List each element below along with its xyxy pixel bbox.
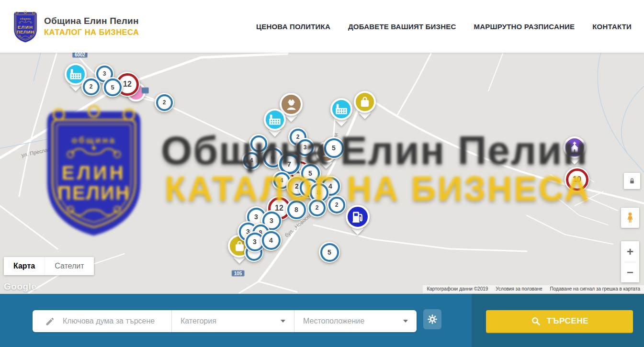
google-logo[interactable]: Google: [4, 281, 36, 292]
nav-add-your-business[interactable]: ДОБАВЕТЕ ВАШИЯТ БИЗНЕС: [348, 22, 456, 31]
search-button[interactable]: ТЪРСЕНЕ: [486, 310, 633, 332]
category-select[interactable]: Категория: [172, 317, 294, 325]
attribution-terms-link[interactable]: Условия за ползване: [496, 286, 542, 291]
advanced-settings-button[interactable]: [423, 309, 441, 329]
municipality-crest-icon: община ЕЛИН ПЕЛИН: [12, 10, 38, 43]
street-view-pegman-button[interactable]: [621, 208, 639, 228]
map-cluster-marker[interactable]: 4: [260, 230, 282, 251]
cluster-count: 2: [163, 99, 166, 106]
cluster-count: 5: [111, 84, 114, 91]
search-bar: Категория Местоположение: [0, 294, 644, 347]
chevron-down-icon: [403, 320, 408, 323]
map-type-satellite-button[interactable]: Сателит: [45, 257, 93, 275]
map-zoom-control: + −: [621, 241, 639, 282]
map-cluster-marker[interactable]: 2: [81, 77, 101, 96]
search-field-group: Категория Местоположение: [33, 310, 417, 332]
attribution-copyright: Картографски данни ©2019: [427, 286, 488, 291]
chevron-down-icon: [281, 320, 285, 323]
keyword-search-input[interactable]: [62, 316, 171, 326]
crest-name-line1: ЕЛИН: [18, 24, 34, 29]
site-header: община ЕЛИН ПЕЛИН Община Елин Пелин КАТА…: [0, 0, 644, 53]
location-select[interactable]: Местоположение: [294, 317, 417, 325]
pegman-icon: [624, 211, 636, 225]
pencil-icon: [45, 316, 55, 326]
cluster-count: 3: [103, 70, 106, 77]
google-map[interactable]: 3212522354613754274822128333834510 общин…: [0, 53, 644, 294]
search-button-label: ТЪРСЕНЕ: [547, 316, 589, 326]
keyword-section: [33, 316, 171, 326]
cluster-count: 3: [254, 213, 258, 221]
attribution-report-link[interactable]: Подаване на сигнал за грешка в картата: [550, 286, 640, 291]
map-cluster-marker[interactable]: 5: [102, 77, 123, 97]
crest-name-line1: ЕЛИН: [62, 162, 126, 183]
cluster-count: 4: [269, 236, 273, 244]
search-icon: [531, 316, 541, 326]
crest-word-top: община: [20, 17, 31, 20]
gear-icon: [427, 313, 438, 325]
nav-contacts[interactable]: КОНТАКТИ: [592, 22, 632, 31]
crest-word-top: община: [72, 135, 116, 145]
crest-name-line2: ПЕЛИН: [57, 182, 130, 203]
cluster-count: 2: [90, 83, 93, 90]
location-select-value: Местоположение: [303, 317, 364, 325]
map-type-control: Карта Сателит: [4, 257, 94, 275]
main-nav: ЦЕНОВА ПОЛИТИКАДОБАВЕТЕ ВАШИЯТ БИЗНЕСМАР…: [256, 22, 632, 31]
cluster-count: 5: [328, 248, 331, 256]
cluster-count: 3: [270, 217, 273, 224]
map-attribution: Картографски данни ©2019 Условия за полз…: [423, 285, 644, 293]
zoom-in-button[interactable]: +: [621, 242, 639, 262]
map-type-map-button[interactable]: Карта: [4, 257, 45, 275]
category-select-value: Категория: [181, 317, 216, 325]
nav-pricing-policy[interactable]: ЦЕНОВА ПОЛИТИКА: [256, 22, 330, 31]
watermark-title: Община Елин Пелин: [161, 127, 588, 174]
site-logo[interactable]: община ЕЛИН ПЕЛИН Община Елин Пелин КАТА…: [12, 10, 139, 43]
map-lock-button[interactable]: [624, 173, 640, 189]
watermark-subtitle: КАТАЛОГ НА БИЗНЕСА: [165, 169, 591, 208]
zoom-out-button[interactable]: −: [621, 262, 639, 282]
crest-name-line2: ПЕЛИН: [17, 29, 34, 34]
site-subtitle: КАТАЛОГ НА БИЗНЕСА: [44, 28, 139, 37]
cluster-count: 3: [253, 238, 257, 246]
nav-route-schedule[interactable]: МАРШРУТНО РАЗПИСАНИЕ: [474, 22, 575, 31]
cluster-count: 12: [123, 80, 132, 89]
map-cluster-marker[interactable]: 2: [155, 93, 174, 112]
lock-icon: [628, 177, 636, 185]
map-cluster-marker[interactable]: 5: [319, 242, 340, 263]
watermark-crest: община ЕЛИН ПЕЛИН: [41, 103, 147, 239]
site-title: Община Елин Пелин: [44, 16, 139, 26]
